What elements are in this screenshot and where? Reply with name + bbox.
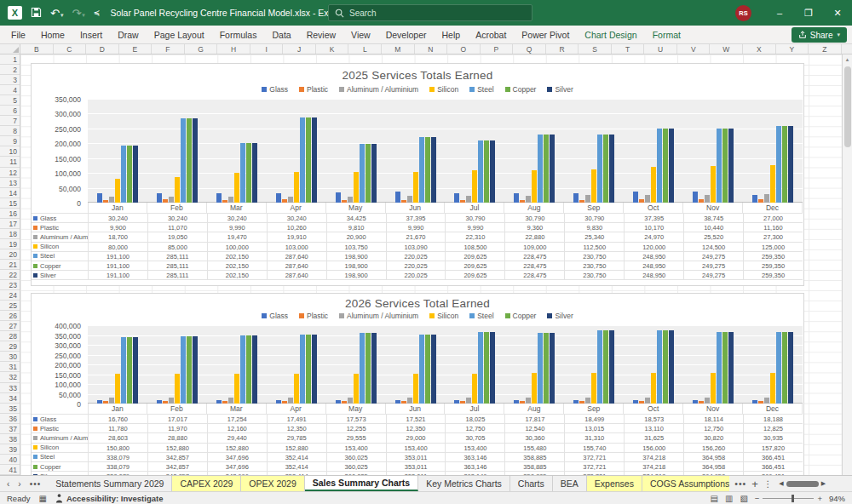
search-input[interactable] (349, 9, 526, 18)
row-header-17[interactable]: 17 (0, 219, 20, 229)
row-header-4[interactable]: 4 (0, 85, 20, 95)
column-header-Q[interactable]: Q (513, 44, 546, 54)
row-header-6[interactable]: 6 (0, 106, 20, 116)
column-header-R[interactable]: R (546, 44, 579, 54)
row-header-36[interactable]: 36 (0, 414, 20, 424)
row-header-40[interactable]: 40 (0, 455, 20, 465)
column-header-B[interactable]: B (20, 44, 54, 54)
row-header-33[interactable]: 33 (0, 383, 20, 393)
row-header-9[interactable]: 9 (0, 136, 20, 146)
column-header-O[interactable]: O (447, 44, 481, 54)
row-header-34[interactable]: 34 (0, 393, 20, 404)
sheet-canvas[interactable]: 2025 Services Totals EarnedGlassPlasticA… (20, 54, 842, 475)
column-header-S[interactable]: S (579, 44, 612, 54)
minimize-button[interactable]: – (765, 0, 794, 26)
row-header-7[interactable]: 7 (0, 116, 20, 126)
column-header-M[interactable]: M (382, 44, 415, 54)
redo-caret-icon[interactable]: ▾ (82, 12, 85, 18)
row-header-14[interactable]: 14 (0, 188, 20, 198)
customize-qat-icon[interactable]: ≼ (94, 9, 101, 17)
redo-button[interactable]: ↷▾ (72, 8, 84, 19)
vertical-scrollbar[interactable]: ▲ (842, 54, 852, 475)
sheet-tab-bea[interactable]: BEA (553, 476, 587, 491)
column-header-C[interactable]: C (54, 44, 87, 54)
save-icon[interactable] (31, 7, 42, 20)
ribbon-tab-review[interactable]: Review (299, 26, 343, 43)
zoom-slider[interactable]: − + (755, 494, 822, 503)
row-header-1[interactable]: 1 (0, 54, 20, 65)
row-header-29[interactable]: 29 (0, 341, 20, 352)
sheet-nav-more-icon[interactable]: ••• (26, 479, 45, 489)
more-sheets-icon[interactable]: ••• (734, 478, 746, 489)
sheet-tab-charts[interactable]: Charts (510, 476, 553, 491)
page-layout-view-icon[interactable]: ▥ (725, 494, 733, 503)
zoom-level[interactable]: 94% (829, 494, 845, 503)
normal-view-icon[interactable]: ▤ (711, 494, 718, 503)
select-all-corner[interactable] (0, 44, 20, 54)
scroll-left-icon[interactable]: ◀ (779, 480, 783, 487)
row-header-37[interactable]: 37 (0, 424, 20, 434)
ribbon-tab-data[interactable]: Data (264, 26, 298, 43)
sheet-tab-opex-2029[interactable]: OPEX 2029 (241, 476, 304, 491)
column-header-K[interactable]: K (316, 44, 349, 54)
ribbon-tab-developer[interactable]: Developer (378, 26, 435, 43)
row-header-23[interactable]: 23 (0, 280, 20, 290)
row-header-38[interactable]: 38 (0, 434, 20, 444)
sheet-tab-key-metrics-charts[interactable]: Key Metrics Charts (418, 476, 510, 491)
close-button[interactable]: ✕ (823, 0, 852, 26)
column-header-H[interactable]: H (217, 44, 250, 54)
row-header-16[interactable]: 16 (0, 209, 20, 219)
row-header-3[interactable]: 3 (0, 75, 20, 85)
sheet-tab-capex-2029[interactable]: CAPEX 2029 (172, 476, 241, 491)
zoom-slider-thumb[interactable] (792, 495, 794, 502)
column-header-D[interactable]: D (86, 44, 119, 54)
share-button[interactable]: Share ▾ (792, 27, 847, 43)
zoom-out-icon[interactable]: − (755, 494, 760, 503)
column-header-I[interactable]: I (250, 44, 284, 54)
row-header-28[interactable]: 28 (0, 331, 20, 341)
row-header-30[interactable]: 30 (0, 352, 20, 362)
row-header-19[interactable]: 19 (0, 239, 20, 249)
ribbon-tab-insert[interactable]: Insert (72, 26, 110, 43)
sheet-tab-statements-summary-2029[interactable]: Statements Summary 2029 (48, 476, 172, 491)
column-header-F[interactable]: F (152, 44, 185, 54)
account-avatar[interactable]: RS (735, 5, 751, 21)
column-header-E[interactable]: E (119, 44, 153, 54)
row-header-39[interactable]: 39 (0, 444, 20, 455)
undo-button[interactable]: ↶▾ (50, 8, 63, 19)
sheet-tab-expenses[interactable]: Expenses (587, 476, 642, 491)
sheet-nav-left-icon[interactable]: ‹ (3, 479, 13, 489)
page-break-view-icon[interactable]: ▧ (740, 494, 747, 503)
scroll-up-icon[interactable]: ▲ (843, 54, 852, 65)
column-header-Z[interactable]: Z (809, 44, 842, 54)
column-header-Y[interactable]: Y (776, 44, 809, 54)
column-header-V[interactable]: V (677, 44, 711, 54)
zoom-in-icon[interactable]: + (817, 494, 822, 503)
row-header-41[interactable]: 41 (0, 465, 20, 475)
sheet-tab-sales-summary-charts[interactable]: Sales Summary Charts (305, 476, 418, 491)
column-header-L[interactable]: L (348, 44, 382, 54)
row-header-21[interactable]: 21 (0, 260, 20, 270)
ribbon-tab-draw[interactable]: Draw (110, 26, 147, 43)
row-header-32[interactable]: 32 (0, 372, 20, 382)
column-header-N[interactable]: N (415, 44, 448, 54)
horizontal-scrollbar[interactable]: ◀ ▶ (779, 480, 826, 487)
column-header-U[interactable]: U (644, 44, 677, 54)
sheet-tab-cogs-assumptions[interactable]: COGS Assumptions (642, 476, 729, 491)
ribbon-tab-acrobat[interactable]: Acrobat (468, 26, 514, 43)
search-box[interactable] (328, 4, 532, 21)
row-header-15[interactable]: 15 (0, 198, 20, 209)
column-header-W[interactable]: W (710, 44, 743, 54)
ribbon-tab-help[interactable]: Help (435, 26, 469, 43)
row-header-31[interactable]: 31 (0, 362, 20, 372)
row-header-5[interactable]: 5 (0, 95, 20, 106)
row-header-2[interactable]: 2 (0, 65, 20, 75)
row-header-11[interactable]: 11 (0, 157, 20, 167)
new-sheet-button[interactable]: + (751, 478, 758, 490)
macro-record-icon[interactable]: ▦ (38, 494, 46, 503)
chart-2026-services[interactable]: 2026 Services Total EarnedGlassPlasticAl… (31, 293, 804, 475)
sheet-nav-right-icon[interactable]: › (14, 479, 24, 489)
row-header-12[interactable]: 12 (0, 168, 20, 178)
row-header-10[interactable]: 10 (0, 146, 20, 157)
column-header-J[interactable]: J (283, 44, 316, 54)
